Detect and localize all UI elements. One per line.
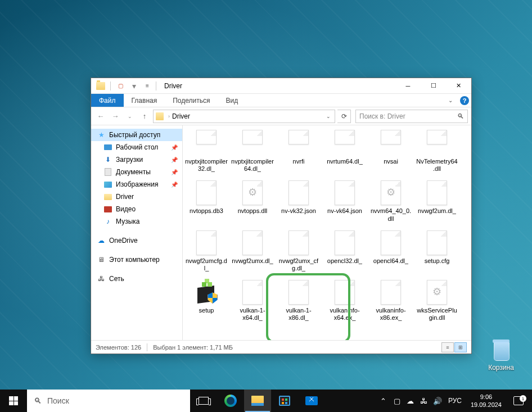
file-item[interactable]: nvrtum64.dl_ xyxy=(322,128,367,175)
tab-file[interactable]: Файл xyxy=(91,94,124,107)
minimize-button[interactable]: ─ xyxy=(395,78,421,94)
file-label: nvwgf2um.dl_ xyxy=(418,207,456,215)
file-thumbnail xyxy=(239,279,266,306)
help-button[interactable]: ? xyxy=(458,94,471,107)
tray-language[interactable]: РУС xyxy=(445,397,465,405)
windows-icon xyxy=(9,396,18,405)
file-item[interactable]: setup.cfg xyxy=(414,227,459,274)
downloads-icon: ⬇ xyxy=(103,155,112,164)
maximize-button[interactable]: ☐ xyxy=(421,78,446,94)
status-item-count: Элементов: 126 xyxy=(96,344,141,351)
file-item[interactable]: vulkaninfo-x86.ex_ xyxy=(368,277,413,324)
file-item[interactable]: wksServicePlugin.dll xyxy=(414,277,459,324)
sidebar-item-driver[interactable]: Driver xyxy=(91,191,182,203)
taskbar-search[interactable]: 🔍︎ Поиск xyxy=(27,390,190,412)
pin-icon: 📌 xyxy=(171,144,178,151)
file-item[interactable]: nvtopps.dll xyxy=(230,177,275,224)
tray-meet-now-icon[interactable]: ▢ xyxy=(391,390,403,412)
file-item[interactable]: nvwgf2umx_cfg.dl_ xyxy=(276,227,321,274)
sidebar-quick-access[interactable]: ★ Быстрый доступ xyxy=(91,129,182,141)
sidebar-item-downloads[interactable]: ⬇Загрузки📌 xyxy=(91,153,182,166)
breadcrumb-segment[interactable]: Driver xyxy=(172,112,190,120)
file-item[interactable]: opencl32.dl_ xyxy=(322,227,367,274)
file-item[interactable]: vulkan-1-x86.dl_ xyxy=(276,277,321,324)
view-large-icons-button[interactable]: ⊞ xyxy=(454,342,467,352)
file-item[interactable]: nv-vk32.json xyxy=(276,177,321,224)
tab-view[interactable]: Вид xyxy=(218,94,246,107)
taskbar-mail[interactable] xyxy=(298,390,325,412)
file-label: vulkan-1-x64.dl_ xyxy=(231,307,274,322)
file-item[interactable]: nvwgf2um.dl_ xyxy=(414,177,459,224)
file-item[interactable]: nvsai xyxy=(368,128,413,175)
taskview-button[interactable] xyxy=(190,390,217,412)
taskbar-store[interactable] xyxy=(271,390,298,412)
file-item[interactable]: vulkan-1-x64.dl_ xyxy=(230,277,275,324)
search-icon[interactable]: 🔍︎ xyxy=(457,112,464,120)
file-item[interactable]: vulkaninfo-x64.ex_ xyxy=(322,277,367,324)
sidebar-network[interactable]: 🖧Сеть xyxy=(91,273,182,285)
qat-properties-icon[interactable]: ▢ xyxy=(114,80,127,92)
qat-new-icon[interactable]: ▾ xyxy=(128,80,140,92)
chevron-down-icon[interactable]: ⌄ xyxy=(323,114,333,119)
desktop-icon-recycle-bin[interactable]: Корзина xyxy=(480,338,522,372)
tray-notifications[interactable]: 1 xyxy=(507,396,530,405)
taskbar-explorer[interactable] xyxy=(244,390,271,412)
forward-button[interactable]: → xyxy=(109,110,121,123)
tray-network-icon[interactable]: 🖧 xyxy=(418,390,430,412)
tray-onedrive-icon[interactable]: ☁ xyxy=(404,390,417,412)
tray-date: 19.09.2024 xyxy=(471,401,502,409)
file-item[interactable]: nvtopps.db3 xyxy=(184,177,229,224)
ribbon-expand-icon[interactable]: ⌄ xyxy=(443,94,458,107)
view-details-button[interactable]: ≡ xyxy=(441,342,454,352)
sidebar-item-documents[interactable]: Документы📌 xyxy=(91,166,182,178)
pin-icon: 📌 xyxy=(171,182,178,188)
file-item[interactable]: opencl64.dl_ xyxy=(368,227,413,274)
qat-customize-icon[interactable]: ≡ xyxy=(141,80,154,92)
file-thumbnail xyxy=(285,229,312,256)
file-label: nvwgf2umx_cfg.dl_ xyxy=(277,257,320,272)
tray-clock[interactable]: 9:06 19.09.2024 xyxy=(466,393,506,409)
tray-volume-icon[interactable]: 🔊 xyxy=(431,390,444,412)
file-item[interactable]: nvwgf2umx.dl_ xyxy=(230,227,275,274)
file-item[interactable]: NvTelemetry64.dll xyxy=(414,128,459,175)
file-thumbnail xyxy=(239,130,266,157)
sidebar-item-desktop[interactable]: Рабочий стол📌 xyxy=(91,141,182,153)
sidebar-item-music[interactable]: ♪Музыка xyxy=(91,215,182,228)
file-item[interactable]: nvptxjitcompiler32.dl_ xyxy=(184,128,229,175)
recent-dropdown-icon[interactable]: ⌄ xyxy=(124,110,136,123)
close-button[interactable]: ✕ xyxy=(446,78,471,94)
file-item[interactable]: nvwgf2umcfg.dl_ xyxy=(184,227,229,274)
breadcrumb[interactable]: › Driver ⌄ xyxy=(153,110,335,123)
folder-icon xyxy=(155,112,165,121)
file-label: nv-vk64.json xyxy=(327,207,362,215)
pin-icon: 📌 xyxy=(171,157,178,163)
file-thumbnail xyxy=(285,179,312,206)
titlebar[interactable]: ▢ ▾ ≡ Driver ─ ☐ ✕ xyxy=(91,78,471,94)
search-input[interactable]: Поиск в: Driver 🔍︎ xyxy=(355,110,468,123)
folder-icon xyxy=(94,80,107,92)
file-thumbnail xyxy=(193,229,220,256)
sidebar-item-pictures[interactable]: Изображения📌 xyxy=(91,178,182,191)
start-button[interactable] xyxy=(0,390,27,412)
file-view[interactable]: nvptxjitcompiler32.dl_nvptxjitcompiler64… xyxy=(183,125,471,340)
edge-icon xyxy=(224,395,237,407)
up-button[interactable]: ↑ xyxy=(138,110,151,123)
sidebar-item-video[interactable]: Видео xyxy=(91,203,182,215)
file-thumbnail xyxy=(331,279,358,306)
tab-share[interactable]: Поделиться xyxy=(165,94,218,107)
search-placeholder: Поиск xyxy=(47,396,69,405)
tab-home[interactable]: Главная xyxy=(124,94,165,107)
file-thumbnail xyxy=(193,179,220,206)
taskbar-edge[interactable] xyxy=(217,390,244,412)
sidebar-this-pc[interactable]: 🖥Этот компьютер xyxy=(91,253,182,266)
refresh-button[interactable]: ⟳ xyxy=(337,110,351,123)
file-item[interactable]: nvrfi xyxy=(276,128,321,175)
back-button[interactable]: ← xyxy=(94,110,107,123)
file-item[interactable]: nvptxjitcompiler64.dl_ xyxy=(230,128,275,175)
file-item[interactable]: setup xyxy=(184,277,229,324)
file-item[interactable]: nv-vk64.json xyxy=(322,177,367,224)
tray-overflow-icon[interactable]: ⌃ xyxy=(377,390,390,412)
sidebar-onedrive[interactable]: ☁OneDrive xyxy=(91,234,182,247)
file-item[interactable]: nvvm64_40_0.dll xyxy=(368,177,413,224)
file-thumbnail xyxy=(423,279,450,306)
